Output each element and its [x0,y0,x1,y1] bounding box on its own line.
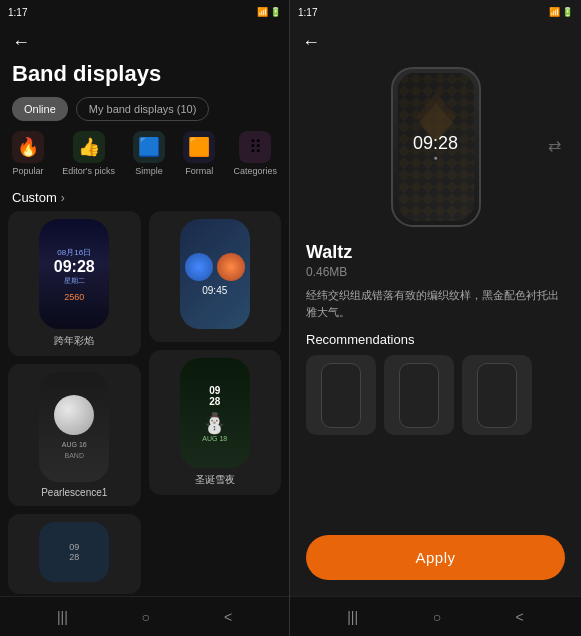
rec-band-3 [477,363,517,428]
right-time: 1:17 [298,7,317,18]
grid-left-col: 08月16日 09:28 星期二 2560 跨年彩焰 AUG 16 [8,211,141,594]
right-status-bar: 1:17 📶 🔋 [290,0,581,24]
fireworks-label: 跨年彩焰 [54,334,94,348]
card-pearl[interactable]: AUG 16 BAND Pearlescence1 [8,364,141,506]
rec-card-1[interactable] [306,355,376,435]
popular-label: Popular [12,166,43,176]
band-description: 经纬交织组成错落有致的编织纹样，黑金配色衬托出雅大气。 [306,287,565,320]
category-simple[interactable]: 🟦 Simple [133,131,165,176]
left-bottom-nav: ||| ○ < [0,596,289,636]
right-bottom-nav: ||| ○ < [290,596,581,636]
custom1-face: 09:45 [180,219,250,329]
formal-label: Formal [185,166,213,176]
band-screen: 09:28 ● [398,73,474,221]
card-bottom-left[interactable]: 0928 [8,514,141,594]
pearl-face: AUG 16 BAND [39,372,109,482]
left-nav-back-icon[interactable]: < [212,603,244,631]
christmas-label: 圣诞雪夜 [195,473,235,487]
band-info: Waltz 0.46MB 经纬交织组成错落有致的编织纹样，黑金配色衬托出雅大气。… [290,232,581,441]
formal-icon: 🟧 [183,131,215,163]
grid-two-col: 08月16日 09:28 星期二 2560 跨年彩焰 AUG 16 [8,211,281,594]
left-nav-menu-icon[interactable]: ||| [45,603,80,631]
right-panel: 1:17 📶 🔋 ← [290,0,581,636]
rec-card-2[interactable] [384,355,454,435]
category-editors[interactable]: 👍 Editor's picks [62,131,115,176]
simple-label: Simple [135,166,163,176]
band-device: 09:28 ● [391,67,481,227]
right-status-icons: 📶 🔋 [549,7,573,17]
tab-online[interactable]: Online [12,97,68,121]
rec-band-2 [399,363,439,428]
recommendations-row [306,355,565,435]
left-status-icons: 📶 🔋 [257,7,281,17]
popular-icon: 🔥 [12,131,44,163]
category-formal[interactable]: 🟧 Formal [183,131,215,176]
fireworks-face: 08月16日 09:28 星期二 2560 [39,219,109,329]
card-fireworks[interactable]: 08月16日 09:28 星期二 2560 跨年彩焰 [8,211,141,356]
left-nav-home-icon[interactable]: ○ [130,603,162,631]
card-custom1[interactable]: 09:45 [149,211,282,342]
waltz-time-display: 09:28 ● [413,133,458,161]
displays-grid: Custom › 08月16日 09:28 星期二 2560 跨年彩焰 [0,186,289,596]
apply-button[interactable]: Apply [306,535,565,580]
right-back-button[interactable]: ← [290,24,581,57]
band-size: 0.46MB [306,265,565,279]
left-panel: 1:17 📶 🔋 ← Band displays Online My band … [0,0,290,636]
editors-label: Editor's picks [62,166,115,176]
custom-arrow-icon: › [61,191,65,205]
pearl-label: Pearlescence1 [41,487,107,498]
editors-icon: 👍 [73,131,105,163]
left-back-button[interactable]: ← [0,24,289,57]
band-name: Waltz [306,242,565,263]
categories-icon: ⠿ [239,131,271,163]
waltz-face: 09:28 ● [398,73,474,221]
band-display-area: 09:28 ● ⇄ [290,57,581,232]
rec-card-3[interactable] [462,355,532,435]
categories-label: Categories [233,166,277,176]
category-row: 🔥 Popular 👍 Editor's picks 🟦 Simple 🟧 Fo… [0,131,289,176]
recommendations-label: Recommendations [306,332,565,347]
apply-section: Apply [290,525,581,596]
swap-icon[interactable]: ⇄ [548,135,561,154]
christmas-face: 0928 ⛄ AUG 18 [180,358,250,468]
pearl-decoration [54,395,94,435]
simple-icon: 🟦 [133,131,165,163]
category-popular[interactable]: 🔥 Popular [12,131,44,176]
card-christmas[interactable]: 0928 ⛄ AUG 18 圣诞雪夜 [149,350,282,495]
right-nav-back-icon[interactable]: < [504,603,536,631]
page-title: Band displays [0,57,289,97]
category-categories[interactable]: ⠿ Categories [233,131,277,176]
left-time: 1:17 [8,7,27,18]
custom-header[interactable]: Custom › [8,186,281,211]
right-nav-menu-icon[interactable]: ||| [335,603,370,631]
left-status-bar: 1:17 📶 🔋 [0,0,289,24]
tabs-row: Online My band displays (10) [0,97,289,121]
tab-my-band[interactable]: My band displays (10) [76,97,210,121]
grid-right-col: 09:45 0928 ⛄ AUG 18 圣诞雪夜 [149,211,282,594]
rec-band-1 [321,363,361,428]
right-nav-home-icon[interactable]: ○ [421,603,453,631]
bottom-left-face: 0928 [39,522,109,582]
